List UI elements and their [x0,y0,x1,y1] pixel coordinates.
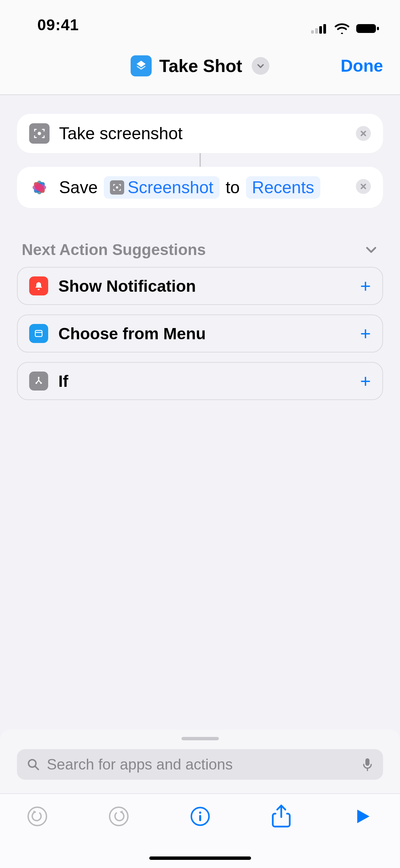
svg-line-22 [35,766,38,770]
undo-button[interactable] [24,803,51,830]
search-icon [26,758,40,771]
redo-button[interactable] [105,803,132,830]
add-suggestion-button[interactable]: + [360,372,371,390]
shortcut-title-group[interactable]: Take Shot [131,55,269,76]
to-word: to [226,178,240,197]
svg-point-28 [199,812,201,814]
suggestion-label: Show Notification [58,277,196,295]
save-word: Save [59,178,98,197]
search-input[interactable]: Search for apps and actions [17,749,383,780]
svg-point-18 [38,377,40,379]
add-suggestion-button[interactable]: + [360,324,371,343]
mic-icon [361,757,374,772]
bottom-toolbar [0,793,400,868]
svg-rect-16 [35,330,42,337]
suggestion-show-notification[interactable]: Show Notification + [17,267,383,305]
add-suggestion-button[interactable]: + [360,277,371,295]
title-menu-button[interactable] [252,57,269,75]
share-icon [271,804,291,829]
svg-point-26 [110,807,128,826]
suggestion-label: If [58,372,68,391]
home-indicator[interactable] [149,856,251,860]
variable-screenshot[interactable]: Screenshot [104,176,220,199]
bell-icon [29,276,48,295]
collapse-suggestions-button[interactable] [364,242,378,257]
close-icon [360,130,367,137]
chevron-down-icon [364,242,378,257]
svg-rect-3 [323,24,326,34]
screenshot-mini-icon [110,180,124,195]
undo-icon [26,806,48,827]
status-time: 09:41 [37,16,79,34]
destination-album[interactable]: Recents [246,176,320,199]
svg-rect-0 [311,30,314,34]
close-icon [360,183,367,190]
svg-rect-23 [365,758,369,766]
action-save-to-photos[interactable]: Save Screenshot to Recents [17,167,383,208]
status-bar: 09:41 [0,0,400,37]
shortcut-title: Take Shot [159,56,242,76]
play-icon [353,807,372,826]
svg-rect-4 [356,24,376,33]
menu-icon [29,324,48,343]
svg-rect-5 [377,27,379,30]
search-placeholder: Search for apps and actions [47,756,233,773]
redo-icon [108,806,130,827]
delete-action-button[interactable] [356,179,371,194]
svg-point-15 [116,186,118,189]
editor-canvas: Take screenshot [0,95,400,400]
dictation-button[interactable] [361,757,374,772]
delete-action-button[interactable] [356,126,371,141]
battery-icon [356,23,380,34]
suggestion-if[interactable]: If + [17,362,383,400]
suggestions-header: Next Action Suggestions [22,240,206,259]
shortcut-app-icon [131,55,152,76]
share-button[interactable] [268,803,295,830]
action-label: Take screenshot [59,124,183,143]
action-take-screenshot[interactable]: Take screenshot [17,114,383,153]
run-button[interactable] [349,803,376,830]
svg-rect-29 [199,815,201,821]
photos-app-icon [29,177,50,198]
status-right [311,23,380,34]
svg-point-19 [36,382,37,384]
cellular-icon [311,23,328,34]
variable-name: Screenshot [128,178,213,197]
done-button[interactable]: Done [341,56,383,76]
search-panel[interactable]: Search for apps and actions [0,729,400,793]
suggestion-choose-from-menu[interactable]: Choose from Menu + [17,314,383,352]
screenshot-icon [29,123,50,144]
branch-icon [29,372,48,391]
action-connector [199,153,201,167]
info-icon [190,806,210,827]
suggestion-label: Choose from Menu [58,324,206,343]
svg-rect-2 [319,26,322,34]
svg-rect-1 [315,28,318,34]
svg-point-6 [38,132,41,135]
nav-bar: Take Shot Done [0,37,400,95]
settings-button[interactable] [187,803,214,830]
wifi-icon [334,23,350,34]
svg-point-25 [28,807,46,826]
drag-handle[interactable] [182,737,219,740]
chevron-down-icon [256,61,265,70]
svg-point-20 [40,382,42,384]
